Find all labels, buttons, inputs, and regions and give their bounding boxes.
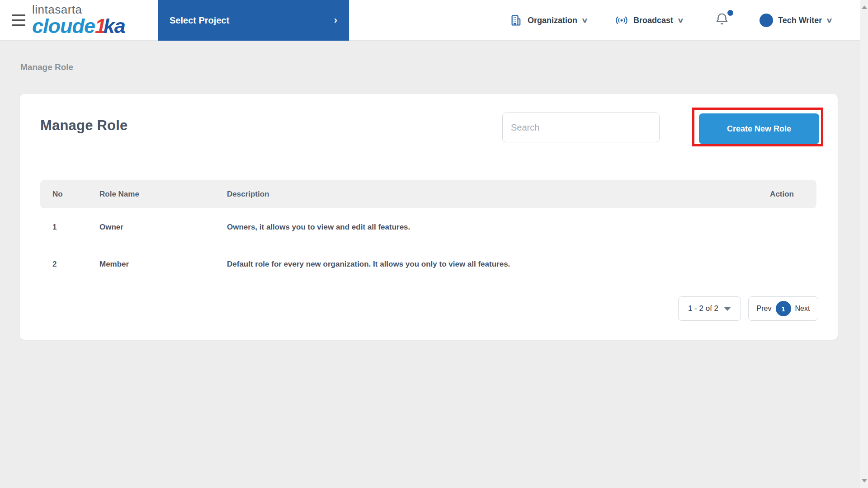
column-header-no: No (52, 190, 99, 199)
cell-role-name: Member (99, 260, 227, 269)
user-avatar (760, 14, 773, 27)
table-row: 1 Owner Owners, it allows you to view an… (40, 208, 816, 246)
column-header-action: Action (749, 190, 816, 199)
chevron-down-icon: ∨ (826, 16, 833, 24)
column-header-description: Description (227, 190, 749, 199)
organization-dropdown[interactable]: Organization ∨ (510, 0, 587, 41)
manage-role-card: Manage Role Create New Role No Role Name… (20, 94, 838, 340)
red-highlight-annotation: Create New Role (692, 108, 823, 146)
prev-page-button[interactable]: Prev (757, 305, 772, 313)
notification-bell-button[interactable] (714, 11, 734, 31)
cell-no: 2 (52, 260, 99, 269)
scroll-down-arrow-icon[interactable] (862, 479, 867, 483)
scroll-up-arrow-icon[interactable] (862, 5, 867, 9)
broadcast-dropdown[interactable]: Broadcast ∨ (615, 0, 683, 41)
hamburger-menu-icon[interactable] (12, 14, 25, 26)
cell-description: Owners, it allows you to view and edit a… (227, 223, 749, 232)
chevron-down-icon: ∨ (677, 16, 684, 24)
organization-building-icon (510, 14, 523, 27)
broadcast-icon (615, 14, 628, 27)
chevron-down-icon: ∨ (581, 16, 588, 24)
page-range-dropdown[interactable]: 1 - 2 of 2 (678, 296, 741, 321)
next-page-button[interactable]: Next (795, 305, 810, 313)
table-row: 2 Member Default role for every new orga… (40, 246, 816, 282)
roles-table: No Role Name Description Action 1 Owner … (40, 180, 816, 282)
user-menu[interactable]: Tech Writer ∨ (760, 0, 832, 41)
create-new-role-button[interactable]: Create New Role (699, 113, 819, 144)
select-project-label: Select Project (170, 15, 229, 26)
select-project-button[interactable]: Select Project › (158, 0, 349, 41)
search-input[interactable] (502, 113, 660, 142)
pager: Prev 1 Next (748, 296, 818, 321)
dropdown-triangle-icon (724, 307, 731, 311)
vertical-scrollbar[interactable] (860, 0, 868, 488)
page-range-label: 1 - 2 of 2 (688, 304, 718, 313)
page-title: Manage Role (40, 117, 127, 134)
cell-description: Default role for every new organization.… (227, 260, 749, 269)
current-page-button[interactable]: 1 (776, 301, 791, 316)
organization-label: Organization (528, 16, 577, 25)
breadcrumb: Manage Role (20, 62, 73, 72)
broadcast-label: Broadcast (633, 16, 673, 25)
chevron-right-icon: › (334, 14, 337, 26)
cell-no: 1 (52, 223, 99, 232)
user-name: Tech Writer (778, 16, 822, 25)
notification-indicator-dot (727, 10, 733, 16)
column-header-role-name: Role Name (99, 190, 227, 199)
cell-role-name: Owner (99, 223, 227, 232)
table-header-row: No Role Name Description Action (40, 180, 816, 208)
brand-cloudeka: cloude1ka (32, 16, 125, 36)
top-header: lintasarta cloude1ka Select Project › Or… (0, 0, 860, 41)
brand-logo: lintasarta cloude1ka (32, 4, 125, 36)
